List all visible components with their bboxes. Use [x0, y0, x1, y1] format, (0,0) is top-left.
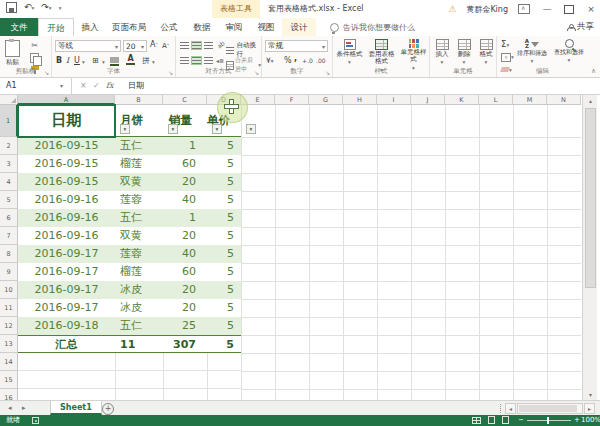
ribbon-collapse-icon[interactable]: ∧: [591, 67, 596, 75]
cell[interactable]: 5: [207, 281, 241, 299]
column-header-c[interactable]: C: [163, 95, 207, 105]
cell[interactable]: 汇总: [18, 336, 115, 352]
zoom-slider-handle[interactable]: [547, 417, 549, 424]
font-size-combo[interactable]: 20▾: [123, 40, 147, 52]
add-sheet-icon[interactable]: +: [102, 403, 114, 415]
alignment-dialog-launcher-icon[interactable]: ↘: [254, 69, 259, 76]
qat-customize-icon[interactable]: ▾: [59, 5, 62, 11]
phonetic-dropdown-icon[interactable]: ▾: [152, 59, 155, 65]
minimize-icon[interactable]: —: [540, 4, 554, 14]
align-top-icon[interactable]: [180, 42, 189, 49]
cell[interactable]: 25: [163, 317, 207, 335]
tab-formulas[interactable]: 公式: [152, 18, 186, 36]
formula-bar-value[interactable]: 日期: [128, 78, 144, 94]
zoom-slider[interactable]: [527, 420, 571, 421]
cell[interactable]: 莲蓉: [115, 191, 163, 209]
sheet-tab-sheet1[interactable]: Sheet1: [50, 401, 102, 415]
horizontal-scrollbar-thumb[interactable]: [519, 405, 577, 412]
cell[interactable]: 5: [207, 263, 241, 281]
cell[interactable]: 2016-09-17: [18, 263, 115, 281]
number-format-combo[interactable]: 常规▾: [265, 40, 328, 52]
row-header[interactable]: 14: [0, 353, 18, 371]
find-select-button[interactable]: 查找和选择 ▾: [551, 39, 587, 63]
cell[interactable]: 2016-09-16: [18, 191, 115, 209]
column-header-m[interactable]: M: [513, 95, 547, 105]
number-dialog-launcher-icon[interactable]: ↘: [325, 69, 330, 76]
orientation-icon[interactable]: ab: [216, 39, 226, 49]
row-header[interactable]: 12: [0, 317, 18, 335]
align-center-icon[interactable]: [192, 57, 201, 64]
save-icon[interactable]: [6, 2, 17, 13]
column-header-n[interactable]: N: [547, 95, 581, 105]
cell[interactable]: 五仁: [115, 317, 163, 335]
cell[interactable]: 2016-09-17: [18, 245, 115, 263]
filter-dropdown-icon[interactable]: ▾: [246, 124, 256, 134]
cell[interactable]: 5: [207, 245, 241, 263]
font-name-combo[interactable]: 等线▾: [55, 40, 121, 52]
fx-icon[interactable]: fx: [106, 78, 113, 94]
column-header-j[interactable]: J: [411, 95, 445, 105]
decrease-indent-icon[interactable]: ◂≣: [216, 57, 224, 64]
cell[interactable]: 307: [163, 336, 207, 352]
italic-button[interactable]: I: [66, 56, 69, 66]
font-color-icon[interactable]: A: [126, 55, 135, 65]
tab-scroll-splitter[interactable]: [500, 404, 504, 413]
page-layout-view-icon[interactable]: [488, 416, 495, 424]
cell[interactable]: 2016-09-17: [18, 281, 115, 299]
align-left-icon[interactable]: [180, 57, 189, 64]
cell[interactable]: 1: [163, 137, 207, 155]
row-header[interactable]: 8: [0, 245, 18, 263]
zoom-in-icon[interactable]: +: [574, 415, 580, 426]
conditional-formatting-button[interactable]: 条件格式 ▾: [334, 39, 365, 66]
vertical-scrollbar[interactable]: ▴ ▾: [582, 95, 597, 400]
fill-icon[interactable]: ▿▾: [501, 52, 514, 62]
macro-record-icon[interactable]: [32, 417, 39, 424]
cell[interactable]: 榴莲: [115, 155, 163, 173]
cell[interactable]: 1: [163, 209, 207, 227]
filter-dropdown-icon[interactable]: ▾: [212, 124, 222, 134]
row-header[interactable]: 5: [0, 191, 18, 209]
cell[interactable]: 2016-09-18: [18, 317, 115, 335]
cell[interactable]: 20: [163, 227, 207, 245]
tab-insert[interactable]: 插入: [74, 18, 106, 36]
cell[interactable]: 20: [163, 299, 207, 317]
cell[interactable]: 5: [207, 336, 241, 352]
cell[interactable]: 5: [207, 155, 241, 173]
column-header-l[interactable]: L: [479, 95, 513, 105]
align-middle-icon[interactable]: [192, 42, 201, 49]
share-button[interactable]: 共享: [567, 18, 594, 36]
comma-style-icon[interactable]: ,: [294, 54, 297, 64]
row-header[interactable]: 9: [0, 263, 18, 281]
bold-button[interactable]: B: [56, 56, 62, 66]
row-header[interactable]: 11: [0, 299, 18, 317]
cell[interactable]: 5: [207, 299, 241, 317]
scroll-left-icon[interactable]: ◂: [505, 403, 516, 414]
borders-icon[interactable]: ⊞: [92, 56, 99, 66]
cell[interactable]: 60: [163, 155, 207, 173]
cell[interactable]: 五仁: [115, 209, 163, 227]
row-header[interactable]: 2: [0, 137, 18, 155]
cell[interactable]: 2016-09-16: [18, 209, 115, 227]
align-bottom-icon[interactable]: [204, 42, 213, 49]
cell[interactable]: 20: [163, 173, 207, 191]
cell[interactable]: 2016-09-15: [18, 137, 115, 155]
cell[interactable]: 榴莲: [115, 263, 163, 281]
cell[interactable]: 冰皮: [115, 281, 163, 299]
tab-review[interactable]: 审阅: [218, 18, 250, 36]
cell[interactable]: 双黄: [115, 227, 163, 245]
cell[interactable]: 5: [207, 173, 241, 191]
maximize-icon[interactable]: [564, 5, 574, 14]
redo-icon[interactable]: ↷▾: [41, 3, 51, 13]
cell[interactable]: 40: [163, 191, 207, 209]
accounting-format-icon[interactable]: ¥▾: [266, 56, 274, 66]
column-header-i[interactable]: I: [377, 95, 411, 105]
cell[interactable]: 2016-09-15: [18, 155, 115, 173]
shrink-font-icon[interactable]: Aˇ: [162, 41, 169, 51]
row-header[interactable]: 4: [0, 173, 18, 191]
row-header[interactable]: 7: [0, 227, 18, 245]
row-header[interactable]: 3: [0, 155, 18, 173]
paste-button[interactable]: 粘贴: [5, 40, 20, 67]
undo-icon[interactable]: ↶▾: [24, 3, 34, 13]
cell[interactable]: 五仁: [115, 137, 163, 155]
row-header[interactable]: 16: [0, 389, 18, 400]
